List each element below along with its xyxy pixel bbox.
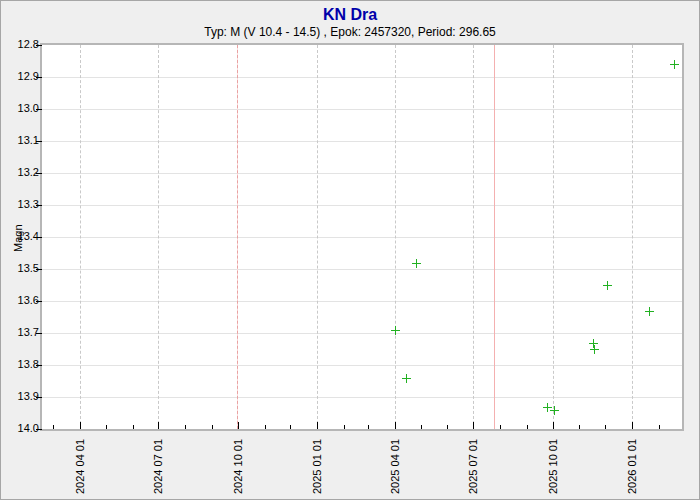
x-tick-label: 2025 01 01: [311, 439, 324, 494]
x-tick-label: 2025 04 01: [389, 439, 402, 494]
v-gridline: [317, 45, 318, 429]
data-point-marker: [670, 60, 679, 69]
h-gridline: [42, 301, 682, 302]
y-tick-label: 13.2: [3, 166, 39, 179]
plot-area: [40, 43, 684, 431]
v-gridline: [473, 45, 474, 429]
y-tick-label: 13.5: [3, 262, 39, 275]
x-tick-mark: [158, 422, 159, 429]
x-tick-mark: [553, 422, 554, 429]
x-tick-label: 2024 04 01: [74, 439, 87, 494]
h-gridline: [42, 269, 682, 270]
reference-line-solid: [494, 45, 495, 429]
x-tick-mark: [344, 425, 345, 429]
x-tick-mark: [421, 425, 422, 429]
data-point-marker: [603, 281, 612, 290]
y-tick-label: 13.3: [3, 198, 39, 211]
h-gridline: [42, 397, 682, 398]
data-point-marker: [402, 374, 411, 383]
y-tick-label: 13.0: [3, 102, 39, 115]
x-tick-mark: [317, 422, 318, 429]
data-point-marker: [645, 307, 654, 316]
x-tick-mark: [447, 425, 448, 429]
x-tick-label: 2025 07 01: [467, 439, 480, 494]
x-tick-mark: [500, 425, 501, 429]
y-tick-label: 13.1: [3, 134, 39, 147]
y-tick-label: 14.0: [3, 422, 39, 435]
x-tick-mark: [133, 425, 134, 429]
x-tick-label: 2026 01 01: [626, 439, 639, 494]
x-tick-mark: [473, 422, 474, 429]
v-gridline: [158, 45, 159, 429]
y-tick-label: 13.9: [3, 390, 39, 403]
h-gridline: [42, 77, 682, 78]
x-tick-label: 2024 07 01: [152, 439, 165, 494]
x-tick-mark: [185, 425, 186, 429]
h-gridline: [42, 109, 682, 110]
x-tick-mark: [290, 425, 291, 429]
v-gridline: [632, 45, 633, 429]
light-curve-chart: KN Dra Typ: M (V 10.4 - 14.5) , Epok: 24…: [0, 0, 700, 500]
x-tick-label: 2025 10 01: [547, 439, 560, 494]
x-tick-mark: [527, 425, 528, 429]
y-tick-label: 12.8: [3, 38, 39, 51]
data-point-marker: [391, 326, 400, 335]
h-gridline: [42, 205, 682, 206]
x-tick-mark: [659, 425, 660, 429]
y-tick-label: 13.6: [3, 294, 39, 307]
y-tick-label: 13.8: [3, 358, 39, 371]
x-tick-mark: [579, 425, 580, 429]
x-tick-mark: [265, 425, 266, 429]
x-tick-mark: [212, 425, 213, 429]
h-gridline: [42, 173, 682, 174]
x-tick-mark: [605, 425, 606, 429]
x-tick-mark: [632, 422, 633, 429]
h-gridline: [42, 237, 682, 238]
chart-subtitle: Typ: M (V 10.4 - 14.5) , Epok: 2457320, …: [1, 25, 699, 39]
data-point-marker: [590, 345, 599, 354]
y-tick-label: 13.4: [3, 230, 39, 243]
y-tick-label: 12.9: [3, 70, 39, 83]
chart-title: KN Dra: [1, 6, 699, 24]
x-tick-mark: [238, 422, 239, 429]
x-tick-mark: [80, 422, 81, 429]
v-gridline: [80, 45, 81, 429]
v-gridline: [395, 45, 396, 429]
h-gridline: [42, 333, 682, 334]
x-tick-mark: [368, 425, 369, 429]
data-point-marker: [412, 259, 421, 268]
x-tick-mark: [395, 422, 396, 429]
data-point-marker: [550, 406, 559, 415]
y-tick-label: 13.7: [3, 326, 39, 339]
reference-line-dashed: [237, 45, 238, 429]
x-tick-label: 2024 10 01: [232, 439, 245, 494]
x-tick-mark: [53, 425, 54, 429]
h-gridline: [42, 365, 682, 366]
h-gridline: [42, 141, 682, 142]
v-gridline: [553, 45, 554, 429]
x-tick-mark: [106, 425, 107, 429]
